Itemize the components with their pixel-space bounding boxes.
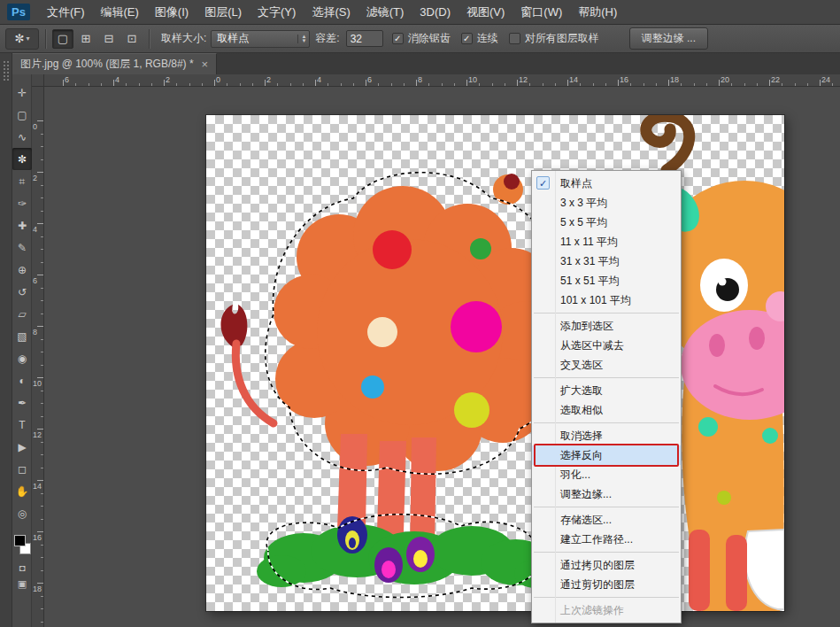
checkbox-icon[interactable]: ✓ — [461, 33, 473, 44]
menubar-item[interactable]: 图层(L) — [197, 0, 250, 25]
checkbox-icon[interactable] — [509, 33, 520, 44]
context-menu-item[interactable]: 51 x 51 平均 — [532, 271, 681, 290]
context-menu-item[interactable]: 添加到选区 — [532, 316, 681, 336]
screen-mode-icon[interactable]: ▣ — [12, 576, 32, 592]
menubar-item[interactable]: 窗口(W) — [512, 0, 570, 25]
ruler-tick — [795, 83, 796, 86]
ruler-tick — [41, 339, 43, 340]
ruler-tick — [41, 519, 43, 520]
crop-tool[interactable]: ⌗ — [12, 170, 32, 192]
new-selection-icon: ▢ — [58, 32, 68, 45]
ruler-tick — [466, 80, 467, 86]
menubar-item[interactable]: 帮助(H) — [570, 0, 625, 25]
ruler-tick — [630, 83, 631, 86]
type-tool[interactable]: T — [12, 414, 32, 436]
zoom-tool[interactable]: ◎ — [12, 502, 32, 524]
sheep-body — [274, 186, 569, 471]
checkbox-icon[interactable]: ✓ — [392, 33, 404, 44]
context-menu-item[interactable]: 从选区中减去 — [532, 336, 681, 355]
history-brush-tool[interactable]: ↺ — [12, 281, 32, 303]
tolerance-input[interactable] — [346, 30, 383, 47]
brush-tool[interactable]: ✎ — [12, 236, 32, 259]
context-menu-item[interactable]: 31 x 31 平均 — [532, 252, 681, 271]
clone-stamp-tool[interactable]: ⊕ — [12, 259, 32, 281]
menubar-item[interactable]: 文件(F) — [39, 0, 93, 25]
ruler-tick — [41, 442, 43, 443]
menubar-item[interactable]: 编辑(E) — [93, 0, 147, 25]
ruler-tick — [41, 211, 43, 212]
context-menu-item[interactable]: 交叉选区 — [532, 355, 681, 375]
dodge-tool[interactable]: ◐ — [12, 369, 32, 391]
context-menu-item[interactable]: 取消选择 — [532, 426, 681, 445]
menubar-item[interactable]: 文字(Y) — [250, 0, 304, 25]
calf-horn-curl — [646, 116, 690, 170]
eyedropper-tool[interactable]: ✑ — [12, 192, 32, 214]
ruler-label: 14 — [569, 75, 578, 84]
context-menu-item[interactable]: ✓取样点 — [532, 174, 681, 193]
ruler-tick — [113, 80, 114, 86]
marquee-tool[interactable]: ▢ — [12, 104, 32, 126]
move-tool[interactable]: ✛ — [12, 81, 32, 104]
magic-wand-tool[interactable]: ✼ — [12, 148, 32, 170]
context-menu-item[interactable]: 101 x 101 平均 — [532, 290, 681, 310]
menubar-item[interactable]: 视图(V) — [459, 0, 512, 25]
context-menu-item[interactable]: 11 x 11 平均 — [532, 232, 681, 252]
path-selection-tool[interactable]: ▶ — [12, 436, 32, 458]
context-menu-item[interactable]: 选取相似 — [532, 400, 681, 420]
sample-all-layers-checkbox[interactable]: 对所有图层取样 — [509, 31, 599, 46]
context-menu-item[interactable]: 通过拷贝的图层 — [532, 555, 681, 575]
context-menu-item[interactable]: 扩大选取 — [532, 381, 681, 400]
ruler-tick — [41, 262, 43, 263]
menubar-item[interactable]: 选择(S) — [304, 0, 358, 25]
foreground-color-swatch[interactable] — [14, 535, 26, 546]
document-tab[interactable]: 图片.jpg @ 100% (图层 1, RGB/8#) * × — [12, 53, 217, 74]
menubar-item[interactable]: 滤镜(T) — [358, 0, 412, 25]
context-menu-item[interactable]: 选择反向 — [532, 445, 681, 465]
menubar-item[interactable]: 图像(I) — [147, 0, 197, 25]
refine-edge-button[interactable]: 调整边缘 ... — [629, 27, 708, 50]
menu-separator — [534, 552, 679, 553]
context-menu-item[interactable]: 建立工作路径... — [532, 530, 681, 549]
document-canvas[interactable] — [206, 115, 784, 611]
context-menu-item[interactable]: 通过剪切的图层 — [532, 575, 681, 594]
subtract-selection-button[interactable]: ⊟ — [98, 29, 119, 49]
quick-mask-icon[interactable]: ◘ — [12, 560, 32, 576]
close-icon[interactable]: × — [202, 59, 209, 70]
intersect-selection-button[interactable]: ⊡ — [121, 29, 143, 49]
pen-tool[interactable]: ✒ — [12, 391, 32, 414]
sample-size-select[interactable]: 取样点 ▲ ▼ — [211, 30, 310, 48]
gradient-tool[interactable]: ▧ — [12, 325, 32, 347]
eraser-tool[interactable]: ▱ — [12, 303, 32, 325]
photoshop-logo: Ps — [7, 4, 30, 20]
context-menu-item[interactable]: 5 x 5 平均 — [532, 213, 681, 232]
grip-handle-icon[interactable] — [3, 60, 10, 81]
healing-brush-tool[interactable]: ✚ — [12, 214, 32, 236]
context-menu-item[interactable]: 羽化... — [532, 465, 681, 484]
hand-tool[interactable]: ✋ — [12, 480, 32, 502]
ruler-tick — [41, 403, 43, 404]
ruler-tick — [37, 223, 43, 224]
context-menu-item-label: 5 x 5 平均 — [560, 215, 607, 230]
context-menu-item[interactable]: 调整边缘... — [532, 484, 681, 504]
sample-size-value: 取样点 — [217, 31, 249, 46]
add-selection-button[interactable]: ⊞ — [75, 29, 96, 49]
vertical-ruler[interactable]: 024681012141618 — [32, 87, 44, 627]
menubar-item[interactable]: 3D(D) — [412, 0, 459, 25]
contiguous-checkbox[interactable]: ✓连续 — [461, 31, 498, 46]
tool-preset-dropdown[interactable]: ✼ ▾ — [5, 28, 39, 50]
context-menu-item[interactable]: 3 x 3 平均 — [532, 193, 681, 213]
context-menu-item[interactable]: 存储选区... — [532, 510, 681, 530]
menu-bar: Ps 文件(F)编辑(E)图像(I)图层(L)文字(Y)选择(S)滤镜(T)3D… — [0, 0, 840, 25]
move-tool-icon: ✛ — [18, 87, 27, 99]
spinner-down-icon[interactable]: ▼ — [301, 39, 306, 43]
ruler-tick — [41, 545, 43, 546]
blur-tool[interactable]: ◉ — [12, 347, 32, 369]
new-selection-button[interactable]: ▢ — [52, 29, 73, 49]
antialias-checkbox[interactable]: ✓消除锯齿 — [392, 31, 451, 46]
horizontal-ruler[interactable]: 642024681012141618202224 — [44, 74, 840, 87]
ruler-label: 10 — [468, 75, 477, 84]
shape-tool[interactable]: ◻ — [12, 458, 32, 480]
ruler-label: 18 — [33, 584, 42, 593]
spinner-icon[interactable]: ▲ ▼ — [297, 35, 306, 43]
lasso-tool[interactable]: ∿ — [12, 126, 32, 148]
